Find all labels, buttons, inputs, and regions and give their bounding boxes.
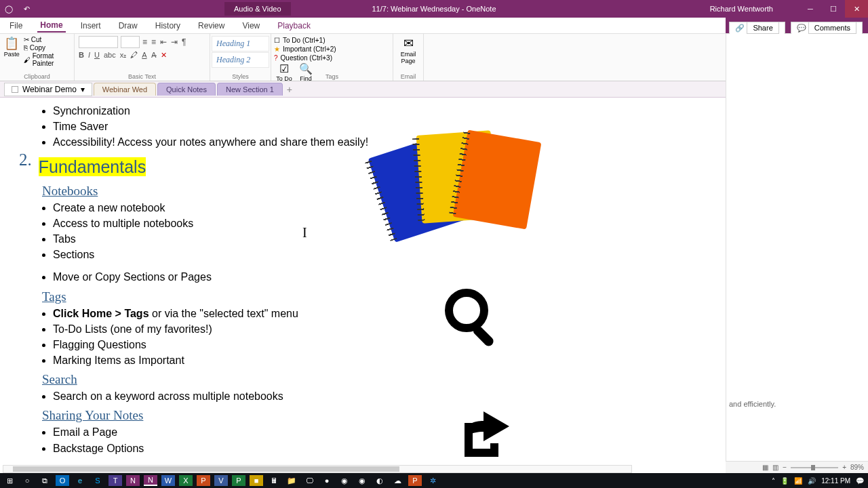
taskbar-app[interactable]: V [214,475,228,486]
taskbar-app[interactable]: N [126,475,140,486]
taskbar-app[interactable]: ■ [250,475,263,486]
taskbar[interactable]: ⊞ ○ ⧉ O e S T N N W X P V P ■ 🖩 📁 🖵 ● ◉ … [0,473,868,488]
svg-point-0 [449,293,484,328]
taskbar-app[interactable]: ● [320,475,334,486]
menu-home[interactable]: Home [37,19,65,33]
numbering-button[interactable]: ≡ [151,37,156,47]
add-section-button[interactable]: + [283,84,296,95]
zoom-percent[interactable]: 89% [850,464,864,471]
start-button[interactable]: ⊞ [3,475,16,486]
taskbar-app[interactable]: 📁 [285,475,298,486]
share-comments-bar: 🔗 Share 💬 Comments [729,22,863,35]
page-canvas[interactable]: Synchronization Time Saver Accessibility… [0,98,778,481]
menu-draw[interactable]: Draw [116,20,140,32]
horizontal-scrollbar[interactable] [3,465,632,473]
taskbar-chrome[interactable]: ◉ [355,475,369,486]
menu-playback[interactable]: Playback [275,20,313,32]
taskbar-app[interactable]: P [232,475,245,486]
italic-button[interactable]: I [88,51,90,60]
font-color-button[interactable]: A [142,51,146,60]
tag-question[interactable]: ?Question (Ctrl+3) [274,54,390,62]
menu-view[interactable]: View [239,20,262,32]
taskbar-app[interactable]: 🖩 [267,475,281,486]
taskbar-app[interactable]: ✲ [426,475,439,486]
zoom-out-button[interactable]: − [783,464,787,471]
minimize-button[interactable]: ─ [799,0,822,18]
section-tab-webinar-wed[interactable]: Webinar Wed [94,83,156,96]
title-bar: ◯ ↶ Audio & Video 11/7: Webinar Wednesda… [0,0,868,18]
ribbon-group-tags: ☐To Do (Ctrl+1) ★Important (Ctrl+2) ?Que… [271,34,393,81]
zoom-status-bar: ▦ ▥ − + 89% [726,461,868,473]
email-page-button[interactable]: ✉Email Page [395,36,422,64]
menu-insert[interactable]: Insert [78,20,104,32]
taskview-button[interactable]: ⧉ [38,475,52,486]
taskbar-app[interactable]: P [408,475,422,486]
section-tab-quick-notes[interactable]: Quick Notes [157,83,216,96]
notebook-dropdown[interactable]: Webinar Demo ▾ [4,83,92,96]
indent-button[interactable]: ⇥ [171,37,178,47]
taskbar-app[interactable]: 🖵 [302,475,316,486]
ribbon-group-basic-text: ≡ ≡ ⇤ ⇥ ¶ B I U abc x₂ 🖍 A A̶ ✕ Basic Te… [75,34,210,81]
back-button[interactable]: ◯ [0,5,18,14]
tray-chevron-icon[interactable]: ˄ [772,477,775,485]
font-name-dropdown[interactable] [79,36,118,48]
tray-clock[interactable]: 12:11 PM [821,477,850,485]
list-item: Sections [53,247,765,262]
share-button[interactable]: 🔗 Share [729,22,785,35]
checkbox-icon: ☐ [274,37,280,44]
delete-button[interactable]: ✕ [161,51,167,60]
taskbar-excel[interactable]: X [179,475,193,486]
copy-button[interactable]: ⎘Copy [24,44,71,52]
cortana-button[interactable]: ○ [20,475,34,486]
taskbar-app[interactable]: O [56,475,69,486]
brush-icon: 🖌 [24,56,31,64]
view-grid-icon[interactable]: ▥ [772,464,778,471]
font-size-dropdown[interactable] [121,36,140,48]
cut-button[interactable]: ✂Cut [24,36,71,43]
menu-review[interactable]: Review [195,20,227,32]
menu-file[interactable]: File [7,20,25,32]
menu-history[interactable]: History [153,20,183,32]
underline-button[interactable]: U [94,51,100,60]
bullets-button[interactable]: ≡ [142,37,147,47]
close-button[interactable]: ✕ [845,0,868,18]
align-button[interactable]: ¶ [182,37,186,47]
system-tray[interactable]: ˄ 🔋 📶 🔊 12:11 PM 💬 [772,477,864,485]
style-heading2[interactable]: Heading 2 [212,52,269,68]
maximize-button[interactable]: ☐ [822,0,845,18]
zoom-slider[interactable] [791,467,838,468]
tag-todo[interactable]: ☐To Do (Ctrl+1) [274,36,390,45]
list-item: Marking Items as Important [53,352,765,368]
tray-notifications-icon[interactable]: 💬 [856,477,864,485]
taskbar-app[interactable]: S [91,475,104,486]
outdent-button[interactable]: ⇤ [160,37,167,47]
bold-button[interactable]: B [79,51,84,60]
taskbar-word[interactable]: W [161,475,175,486]
contextual-tab-audio-video[interactable]: Audio & Video [224,2,291,16]
subscript-button[interactable]: x₂ [120,51,127,60]
taskbar-app[interactable]: e [73,475,87,486]
zoom-in-button[interactable]: + [842,464,846,471]
highlight-button[interactable]: 🖍 [130,51,138,60]
strikethrough-button[interactable]: abc [104,51,116,60]
tray-battery-icon[interactable]: 🔋 [781,477,789,485]
user-name[interactable]: Richard Wentworth [710,5,773,13]
tag-important[interactable]: ★Important (Ctrl+2) [274,45,390,54]
comments-button[interactable]: 💬 Comments [791,22,863,35]
taskbar-powerpoint[interactable]: P [197,475,210,486]
style-heading1[interactable]: Heading 1 [212,36,269,52]
notebooks-image [380,131,542,233]
taskbar-app[interactable]: T [108,475,122,486]
clear-formatting-button[interactable]: A̶ [151,51,157,60]
format-painter-button[interactable]: 🖌Format Painter [24,52,71,67]
taskbar-app[interactable]: ◐ [373,475,387,486]
view-normal-icon[interactable]: ▦ [762,464,768,471]
taskbar-app[interactable]: ☁ [391,475,404,486]
section-tab-new-section[interactable]: New Section 1 [217,83,283,96]
paste-button[interactable]: 📋Paste [3,36,21,67]
undo-button[interactable]: ↶ [18,5,35,14]
tray-volume-icon[interactable]: 🔊 [808,477,816,485]
taskbar-chrome[interactable]: ◉ [338,475,351,486]
taskbar-onenote[interactable]: N [144,475,157,486]
tray-wifi-icon[interactable]: 📶 [794,477,802,485]
